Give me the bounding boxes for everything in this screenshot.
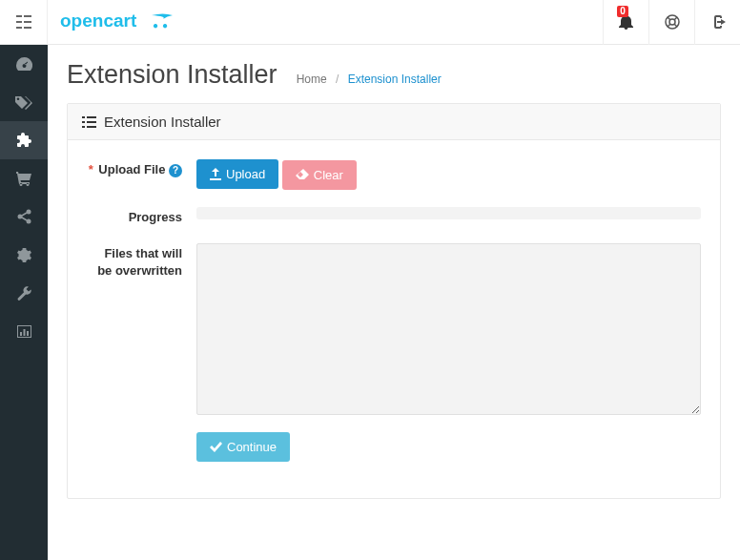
upload-icon bbox=[210, 168, 221, 180]
svg-line-11 bbox=[668, 24, 670, 27]
puzzle-icon bbox=[16, 133, 31, 148]
svg-line-10 bbox=[674, 17, 677, 20]
help-icon[interactable]: ? bbox=[169, 164, 182, 177]
breadcrumb: Home / Extension Installer bbox=[297, 73, 442, 86]
svg-rect-16 bbox=[17, 325, 31, 326]
logout-icon bbox=[710, 15, 726, 29]
bar-chart-icon bbox=[17, 325, 31, 338]
page-title: Extension Installer bbox=[67, 60, 278, 90]
svg-rect-27 bbox=[82, 126, 85, 128]
svg-point-15 bbox=[26, 219, 31, 224]
overwrite-files-textarea[interactable] bbox=[196, 243, 701, 415]
overwrite-label: Files that will be overwritten bbox=[87, 243, 196, 415]
panel-heading: Extension Installer bbox=[68, 104, 720, 140]
panel-heading-text: Extension Installer bbox=[104, 114, 221, 130]
dashboard-icon bbox=[16, 57, 32, 71]
header-actions: 0 bbox=[603, 0, 740, 45]
upload-button[interactable]: Upload bbox=[196, 159, 278, 189]
sidebar-item-catalog[interactable] bbox=[0, 83, 48, 121]
page-header: Extension Installer Home / Extension Ins… bbox=[48, 45, 740, 103]
sidebar-item-extensions[interactable] bbox=[0, 121, 48, 159]
logout-button[interactable] bbox=[694, 0, 740, 45]
svg-text:opencart: opencart bbox=[60, 10, 137, 31]
sidebar-item-tools[interactable] bbox=[0, 274, 48, 312]
svg-rect-21 bbox=[23, 329, 25, 336]
sidebar-item-system[interactable] bbox=[0, 236, 48, 274]
sidebar bbox=[0, 45, 48, 560]
breadcrumb-separator: / bbox=[336, 73, 339, 86]
svg-rect-19 bbox=[31, 325, 31, 338]
share-icon bbox=[17, 209, 31, 224]
svg-rect-5 bbox=[24, 27, 31, 29]
svg-rect-23 bbox=[82, 116, 85, 118]
svg-point-13 bbox=[26, 210, 31, 215]
svg-point-8 bbox=[669, 19, 675, 25]
sidebar-item-sales[interactable] bbox=[0, 159, 48, 197]
svg-rect-1 bbox=[24, 15, 31, 17]
gear-icon bbox=[17, 248, 31, 262]
svg-rect-20 bbox=[20, 332, 22, 336]
svg-rect-18 bbox=[17, 325, 18, 338]
svg-rect-24 bbox=[87, 116, 96, 118]
continue-button[interactable]: Continue bbox=[196, 432, 290, 462]
svg-rect-2 bbox=[16, 21, 22, 23]
check-icon bbox=[210, 442, 222, 452]
svg-rect-28 bbox=[87, 126, 96, 128]
svg-line-9 bbox=[668, 17, 670, 20]
sidebar-item-reports[interactable] bbox=[0, 312, 48, 350]
svg-rect-22 bbox=[27, 331, 29, 336]
breadcrumb-home[interactable]: Home bbox=[297, 73, 327, 86]
svg-rect-3 bbox=[24, 21, 31, 23]
support-button[interactable] bbox=[648, 0, 694, 45]
eraser-icon bbox=[296, 169, 309, 180]
logo[interactable]: opencart bbox=[48, 10, 189, 35]
svg-rect-4 bbox=[16, 27, 22, 29]
life-ring-icon bbox=[665, 14, 680, 30]
breadcrumb-current[interactable]: Extension Installer bbox=[348, 73, 442, 86]
svg-rect-17 bbox=[17, 337, 31, 338]
menu-toggle-icon bbox=[16, 15, 31, 29]
notifications-button[interactable]: 0 bbox=[603, 0, 648, 45]
main-content: Extension Installer Home / Extension Ins… bbox=[48, 45, 740, 560]
svg-rect-25 bbox=[82, 121, 85, 123]
wrench-icon bbox=[17, 286, 31, 301]
svg-point-14 bbox=[17, 215, 22, 219]
svg-rect-26 bbox=[87, 121, 96, 123]
list-icon bbox=[82, 116, 96, 128]
sidebar-item-marketing[interactable] bbox=[0, 197, 48, 236]
svg-line-12 bbox=[674, 24, 677, 27]
progress-bar bbox=[196, 207, 701, 219]
top-header: opencart 0 bbox=[0, 0, 740, 45]
menu-toggle-button[interactable] bbox=[0, 0, 48, 45]
upload-file-label: * Upload File ? bbox=[87, 159, 196, 190]
svg-rect-0 bbox=[16, 15, 22, 17]
clear-button[interactable]: Clear bbox=[282, 160, 357, 190]
progress-label: Progress bbox=[87, 207, 196, 226]
installer-panel: Extension Installer * Upload File ? Uplo… bbox=[67, 103, 721, 499]
cart-icon bbox=[16, 172, 31, 186]
tag-icon bbox=[15, 95, 32, 110]
notification-count-badge: 0 bbox=[617, 6, 628, 17]
sidebar-item-dashboard[interactable] bbox=[0, 45, 48, 83]
